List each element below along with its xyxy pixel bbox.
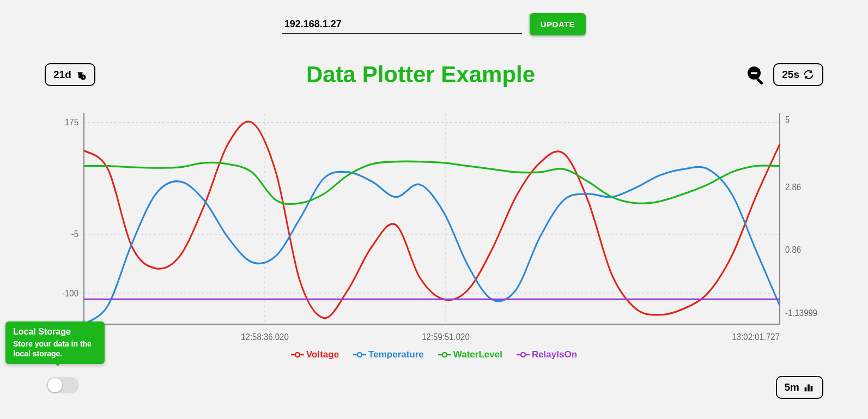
svg-rect-3 — [756, 78, 763, 84]
retention-button[interactable]: 21d — [45, 63, 95, 86]
svg-text:0.86: 0.86 — [785, 245, 801, 254]
auto-delete-icon — [75, 69, 87, 81]
refresh-button[interactable]: 25s — [773, 63, 823, 86]
refresh-icon — [803, 69, 815, 81]
svg-text:5: 5 — [785, 114, 790, 124]
svg-rect-34 — [808, 385, 810, 392]
series-waterlevel — [84, 161, 780, 204]
range-label: 5m — [785, 381, 799, 393]
zoom-out-icon[interactable] — [746, 65, 766, 84]
series-temperature — [84, 167, 780, 324]
tooltip-title: Local Storage — [13, 327, 97, 337]
bar-chart-icon — [803, 381, 815, 393]
legend-swatch-icon — [353, 351, 366, 358]
legend: VoltageTemperatureWaterLevelRelayIsOn — [0, 349, 868, 360]
chart-area: 175-5-10052.860.86-1.139992012:58:36.020… — [45, 108, 823, 348]
legend-label: WaterLevel — [453, 349, 502, 360]
svg-text:13:02:01.727: 13:02:01.727 — [732, 332, 780, 342]
header-right: 25s — [746, 63, 823, 86]
legend-label: Voltage — [306, 349, 339, 360]
legend-swatch-icon — [438, 351, 451, 358]
svg-rect-33 — [805, 387, 807, 391]
svg-text:-5: -5 — [71, 229, 79, 239]
legend-item-temperature[interactable]: Temperature — [353, 349, 424, 360]
retention-label: 21d — [53, 69, 71, 81]
svg-point-32 — [521, 353, 525, 357]
update-button[interactable]: UPDATE — [530, 13, 586, 35]
svg-rect-35 — [811, 386, 813, 391]
range-button[interactable]: 5m — [776, 376, 823, 399]
svg-text:-1.13999: -1.13999 — [785, 308, 817, 318]
svg-point-26 — [295, 353, 300, 357]
svg-text:12:59:51.020: 12:59:51.020 — [422, 332, 470, 342]
legend-swatch-icon — [517, 351, 530, 358]
series-voltage — [84, 122, 780, 318]
bottom-right: 5m — [776, 376, 823, 399]
ip-input[interactable] — [282, 15, 522, 34]
svg-point-30 — [442, 353, 447, 357]
legend-item-voltage[interactable]: Voltage — [291, 349, 339, 360]
tooltip-body: Store your data in the local storage. — [13, 339, 97, 359]
local-storage-toggle[interactable] — [46, 377, 79, 393]
svg-rect-2 — [751, 72, 757, 75]
local-storage-tooltip: Local Storage Store your data in the loc… — [5, 321, 105, 364]
top-bar: UPDATE — [0, 0, 868, 35]
svg-text:12:58:36.020: 12:58:36.020 — [241, 332, 289, 342]
legend-label: RelayIsOn — [532, 349, 577, 360]
legend-item-waterlevel[interactable]: WaterLevel — [438, 349, 502, 360]
svg-text:175: 175 — [65, 118, 78, 127]
svg-point-28 — [357, 353, 362, 357]
toggle-knob — [48, 378, 62, 392]
legend-swatch-icon — [291, 351, 304, 358]
svg-text:-100: -100 — [62, 288, 78, 298]
legend-item-relayison[interactable]: RelayIsOn — [517, 349, 577, 360]
refresh-label: 25s — [782, 69, 799, 81]
svg-text:2.86: 2.86 — [785, 182, 801, 192]
header-row: 21d Data Plotter Example 25s — [0, 35, 868, 88]
legend-label: Temperature — [368, 349, 424, 360]
page-title: Data Plotter Example — [306, 62, 535, 88]
